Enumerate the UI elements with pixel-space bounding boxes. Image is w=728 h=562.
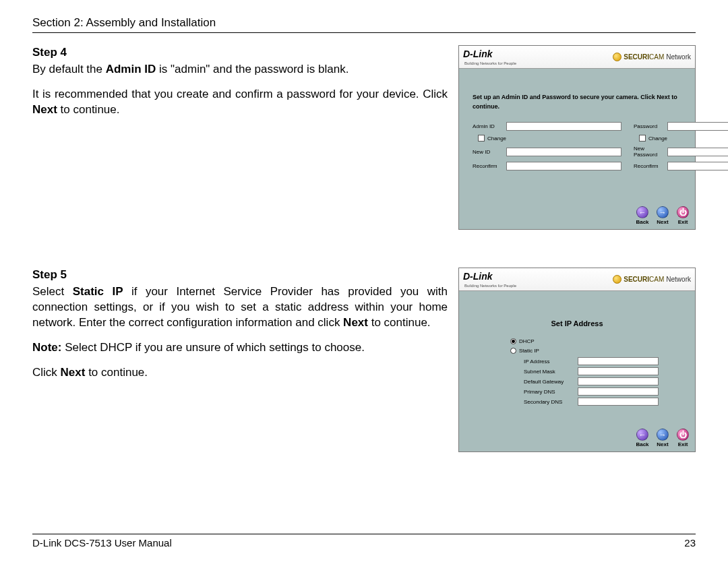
static-ip-radio[interactable] <box>510 348 516 354</box>
exit-label: Exit <box>675 219 691 225</box>
secondary-dns-input[interactable] <box>578 398 659 406</box>
wizard-nav: ←Back →Next ⏻Exit <box>459 204 695 229</box>
text: to continue. <box>368 316 431 329</box>
label-new-id: New ID <box>473 149 502 155</box>
label-subnet-mask: Subnet Mask <box>524 369 578 375</box>
change-password-checkbox[interactable] <box>639 135 646 142</box>
label-primary-dns: Primary DNS <box>524 389 578 395</box>
label-default-gateway: Default Gateway <box>524 379 578 385</box>
step5-para3: Click Next to continue. <box>32 365 448 381</box>
brand-logo: D-Link <box>463 271 493 282</box>
brand-block: D-Link Building Networks for People <box>463 49 516 66</box>
footer-page-number: 23 <box>684 537 696 549</box>
back-button[interactable]: ←Back <box>634 206 650 225</box>
wizard-lead-text: Set up an Admin ID and Password to secur… <box>473 93 681 111</box>
section-header: Section 2: Assembly and Installation <box>32 16 696 33</box>
securicam-suffix: CAM <box>649 276 664 283</box>
securicam-icon <box>613 53 621 61</box>
step5-row: Step 5 Select Static IP if your Internet… <box>32 268 696 452</box>
primary-dns-input[interactable] <box>578 387 659 396</box>
new-id-input[interactable] <box>506 148 621 156</box>
admin-form-grid: Admin ID Password Change Change New ID N… <box>473 122 681 170</box>
wizard-header: D-Link Building Networks for People SECU… <box>459 46 695 69</box>
label-static-ip: Static IP <box>519 348 539 354</box>
label-secondary-dns: Secondary DNS <box>524 399 578 405</box>
back-label: Back <box>634 219 650 225</box>
securicam-tail: Network <box>666 276 691 283</box>
wizard-nav: ←Back →Next ⏻Exit <box>459 426 695 451</box>
label-change-2: Change <box>648 135 667 142</box>
step4-text: Step 4 By default the Admin ID is "admin… <box>32 45 448 127</box>
label-ip-address: IP Address <box>524 358 578 365</box>
securicam-icon <box>613 275 621 284</box>
bold-note: Note: <box>32 341 61 354</box>
label-password: Password <box>634 123 663 129</box>
step5-para1: Select Static IP if your Internet Servic… <box>32 284 448 331</box>
step4-title: Step 4 <box>32 45 448 61</box>
exit-button[interactable]: ⏻Exit <box>675 206 691 225</box>
text: to continue. <box>85 366 148 379</box>
step5-text: Step 5 Select Static IP if your Internet… <box>32 268 448 390</box>
text: By default the <box>32 63 106 75</box>
label-admin-id: Admin ID <box>473 123 502 129</box>
wizard-body: Set IP Address DHCP Static IP IP Address… <box>459 291 695 426</box>
wizard-step5: D-Link Building Networks for People SECU… <box>458 268 696 452</box>
bold-admin-id: Admin ID <box>106 63 156 75</box>
wizard-title: Set IP Address <box>473 319 681 327</box>
step4-row: Step 4 By default the Admin ID is "admin… <box>32 45 696 230</box>
arrow-right-icon: → <box>657 429 669 441</box>
brand-logo: D-Link <box>463 49 493 59</box>
next-button[interactable]: →Next <box>655 429 671 447</box>
back-button[interactable]: ←Back <box>634 429 650 447</box>
text: Select <box>32 285 73 298</box>
ip-address-input[interactable] <box>578 357 659 365</box>
reconfirm-password-input[interactable] <box>667 162 728 170</box>
brand-block: D-Link Building Networks for People <box>463 271 516 288</box>
arrow-left-icon: ← <box>636 429 648 441</box>
bold-next: Next <box>61 366 86 379</box>
back-label: Back <box>634 441 650 447</box>
wizard-step4: D-Link Building Networks for People SECU… <box>458 45 696 230</box>
securicam-tail: Network <box>666 53 691 61</box>
label-reconfirm-id: Reconfirm <box>473 163 502 169</box>
text: to continue. <box>57 103 120 116</box>
dhcp-radio[interactable] <box>510 338 516 344</box>
securicam-prefix: SECURI <box>624 53 649 61</box>
label-new-password: New Password <box>634 146 663 158</box>
securicam-prefix: SECURI <box>624 276 649 283</box>
power-icon: ⏻ <box>677 429 689 441</box>
default-gateway-input[interactable] <box>578 377 659 385</box>
change-id-checkbox[interactable] <box>478 135 485 142</box>
step4-para2: It is recommended that you create and co… <box>32 87 448 118</box>
label-dhcp: DHCP <box>519 338 535 344</box>
arrow-left-icon: ← <box>636 206 648 218</box>
footer-manual-name: D-Link DCS-7513 User Manual <box>32 537 172 549</box>
bold-static-ip: Static IP <box>73 285 123 298</box>
admin-id-input[interactable] <box>506 122 621 131</box>
text: Click <box>32 366 61 379</box>
power-icon: ⏻ <box>677 206 689 218</box>
label-reconfirm-password: Reconfirm <box>634 163 663 169</box>
next-button[interactable]: →Next <box>655 206 671 225</box>
new-password-input[interactable] <box>667 148 728 156</box>
ip-settings-list: DHCP Static IP IP Address Subnet Mask De… <box>473 338 681 406</box>
arrow-right-icon: → <box>657 206 669 218</box>
text: Select DHCP if you are unsure of which s… <box>61 341 364 354</box>
next-label: Next <box>655 219 671 225</box>
securicam-badge: SECURICAM Network <box>613 275 691 284</box>
wizard-body: Set up an Admin ID and Password to secur… <box>459 69 695 204</box>
next-label: Next <box>655 441 671 447</box>
step5-title: Step 5 <box>32 268 448 283</box>
step5-para2: Note: Select DHCP if you are unsure of w… <box>32 340 448 356</box>
reconfirm-id-input[interactable] <box>506 162 621 170</box>
securicam-suffix: CAM <box>649 53 664 61</box>
exit-label: Exit <box>675 441 691 447</box>
step4-para1: By default the Admin ID is "admin" and t… <box>32 62 448 77</box>
exit-button[interactable]: ⏻Exit <box>675 429 691 447</box>
text: It is recommended that you create and co… <box>32 88 448 100</box>
wizard-header: D-Link Building Networks for People SECU… <box>459 268 695 291</box>
subnet-mask-input[interactable] <box>578 367 659 375</box>
password-input[interactable] <box>667 122 728 131</box>
brand-tagline: Building Networks for People <box>464 284 516 288</box>
page-footer: D-Link DCS-7513 User Manual 23 <box>32 534 696 549</box>
